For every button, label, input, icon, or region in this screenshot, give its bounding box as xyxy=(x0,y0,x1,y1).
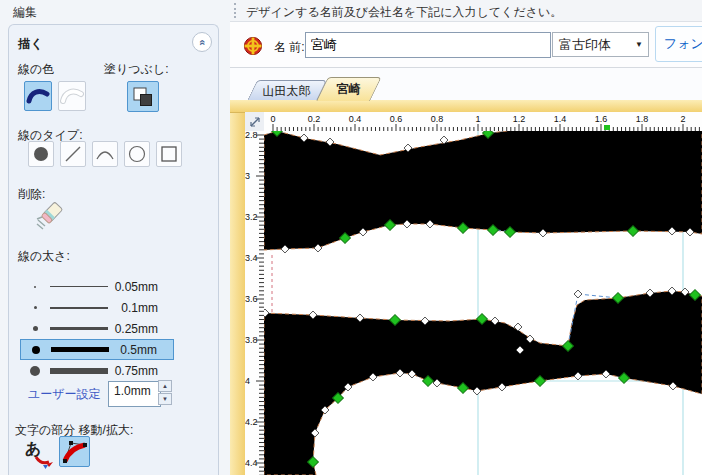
tab-label: 山田太郎 xyxy=(263,83,311,100)
thickness-option-0.75mm[interactable]: 0.75mm xyxy=(20,360,174,381)
canvas-frame: 00.20.40.60.811.21.41.61.82 2.833.23.43.… xyxy=(230,100,702,475)
user-setting-link[interactable]: ユーザー設定 xyxy=(28,386,101,403)
toolbar-grip[interactable] xyxy=(234,3,236,18)
svg-text:0: 0 xyxy=(270,114,275,124)
vertical-ruler: 2.833.23.43.63.844.24.4 xyxy=(245,131,265,475)
thickness-value: 0.5mm xyxy=(109,343,173,357)
move-char-button[interactable]: あ xyxy=(22,437,54,469)
design-tab-bar: 山田太郎宮崎 xyxy=(230,68,702,100)
svg-text:3: 3 xyxy=(245,171,250,181)
svg-text:1.6: 1.6 xyxy=(595,114,608,124)
svg-text:2: 2 xyxy=(680,114,685,124)
svg-text:0.4: 0.4 xyxy=(349,114,362,124)
line-icon xyxy=(63,144,83,164)
edit-curve-button[interactable] xyxy=(59,436,90,467)
line-type-circle-button[interactable] xyxy=(124,141,150,167)
font-button-label: フォント xyxy=(664,35,702,53)
name-label: 名 前: xyxy=(274,39,305,56)
svg-text:0.6: 0.6 xyxy=(390,114,403,124)
tab-山田太郎[interactable]: 山田太郎 xyxy=(247,80,327,101)
horizontal-ruler: 00.20.40.60.811.21.41.61.82 xyxy=(264,112,702,132)
control-point[interactable] xyxy=(574,290,582,298)
line-color-white-button[interactable] xyxy=(58,81,86,111)
svg-text:3.4: 3.4 xyxy=(245,253,258,263)
panel-title: 描く xyxy=(18,36,43,53)
thickness-input[interactable]: 1.0mm xyxy=(108,381,161,407)
svg-text:4: 4 xyxy=(245,376,250,386)
thickness-option-0.25mm[interactable]: 0.25mm xyxy=(20,318,174,339)
fill-label: 塗りつぶし: xyxy=(104,61,168,78)
chevron-down-icon: ▼ xyxy=(630,40,648,49)
ruler-corner xyxy=(245,112,265,132)
line-color-label: 線の色 xyxy=(18,61,54,78)
swoosh-dark-icon xyxy=(26,85,50,107)
svg-text:4.2: 4.2 xyxy=(245,417,258,427)
thickness-value: 0.25mm xyxy=(108,322,174,336)
chevron-up-icon: « xyxy=(197,39,208,45)
svg-text:2.8: 2.8 xyxy=(245,131,258,140)
tab-label: 宮崎 xyxy=(337,81,361,98)
line-type-arc-button[interactable] xyxy=(92,141,118,167)
thickness-value: 0.75mm xyxy=(108,364,174,378)
curve-icon xyxy=(61,438,88,465)
eraser-icon xyxy=(34,200,66,232)
tab-宮崎[interactable]: 宮崎 xyxy=(316,77,382,101)
svg-text:1.2: 1.2 xyxy=(513,114,526,124)
line-type-dot-button[interactable] xyxy=(28,141,54,167)
thickness-value: 0.1mm xyxy=(108,301,174,315)
line-type-square-button[interactable] xyxy=(156,141,182,167)
line-thickness-label: 線の太さ: xyxy=(18,248,70,265)
fill-squares-icon xyxy=(131,85,155,109)
thickness-option-0.5mm[interactable]: 0.5mm xyxy=(20,339,174,360)
corner-resize-icon xyxy=(248,115,262,129)
circle-icon xyxy=(127,144,147,164)
svg-text:4.4: 4.4 xyxy=(245,458,258,468)
fill-toggle-button[interactable] xyxy=(127,81,159,112)
swoosh-white-icon xyxy=(60,85,84,107)
draw-panel: 描く « 線の色 塗りつぶし: 線のタイプ: xyxy=(8,24,219,475)
thickness-option-0.1mm[interactable]: 0.1mm xyxy=(20,297,174,318)
design-canvas[interactable] xyxy=(264,131,702,475)
name-input[interactable] xyxy=(305,32,551,58)
dot-icon xyxy=(31,144,51,164)
ruler-marker[interactable] xyxy=(604,125,610,130)
arc-icon xyxy=(95,144,115,164)
square-icon xyxy=(159,144,179,164)
thickness-value: 0.05mm xyxy=(108,280,174,294)
font-select-value: 富古印体 xyxy=(553,36,630,54)
svg-text:1: 1 xyxy=(475,114,480,124)
svg-text:3.6: 3.6 xyxy=(245,294,258,304)
panel-collapse-button[interactable]: « xyxy=(192,32,212,52)
svg-text:3.2: 3.2 xyxy=(245,212,258,222)
spin-down-button[interactable]: ▼ xyxy=(158,393,172,405)
spin-up-button[interactable]: ▲ xyxy=(158,380,172,392)
thickness-option-0.05mm[interactable]: 0.05mm xyxy=(20,276,174,297)
edit-title: 編集 xyxy=(13,4,37,21)
stamp-icon xyxy=(243,36,263,56)
line-color-black-button[interactable] xyxy=(24,81,52,111)
svg-text:3.8: 3.8 xyxy=(245,335,258,345)
bezier-handle xyxy=(578,294,618,298)
name-form-row: 名 前: 富古印体 ▼ フォント xyxy=(230,22,702,68)
svg-text:1.4: 1.4 xyxy=(554,114,567,124)
move-char-arrow-icon xyxy=(34,451,54,469)
instruction-bar: デザインする名前及び会社名を下記に入力してください。 xyxy=(230,0,702,22)
font-button[interactable]: フォント xyxy=(655,26,702,62)
svg-text:0.8: 0.8 xyxy=(431,114,444,124)
instruction-text: デザインする名前及び会社名を下記に入力してください。 xyxy=(246,4,562,21)
edit-sidebar: 編集 描く « 線の色 塗りつぶし: 線のタイプ: xyxy=(0,0,230,475)
eraser-button[interactable] xyxy=(34,200,66,232)
line-type-line-button[interactable] xyxy=(60,141,86,167)
svg-text:1.8: 1.8 xyxy=(636,114,649,124)
svg-text:0.2: 0.2 xyxy=(308,114,321,124)
font-family-select[interactable]: 富古印体 ▼ xyxy=(552,32,649,57)
frame-border-left xyxy=(230,100,245,475)
